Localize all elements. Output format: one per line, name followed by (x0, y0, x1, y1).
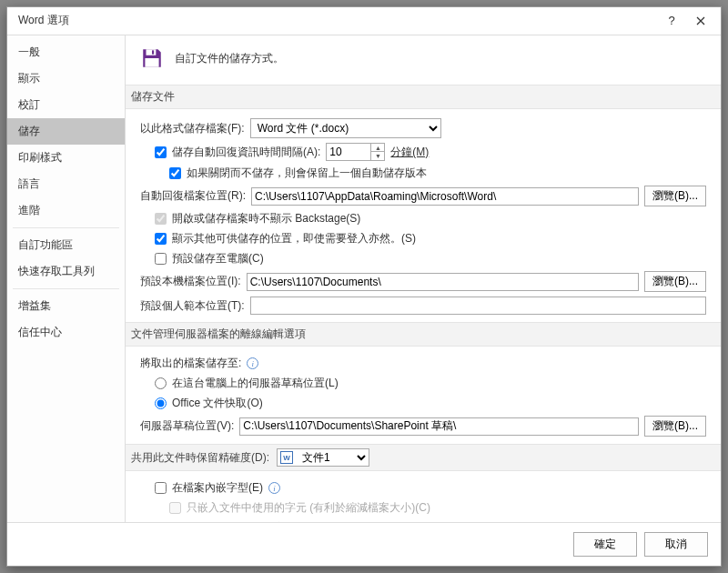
no-backstage-checkbox[interactable] (155, 213, 167, 225)
default-local-browse-button[interactable]: 瀏覽(B)... (644, 271, 706, 292)
default-to-pc-checkbox[interactable] (155, 253, 167, 265)
section-save-documents: 儲存文件 (126, 85, 721, 109)
svg-rect-1 (152, 50, 154, 54)
checkout-label: 將取出的檔案儲存至: (140, 356, 241, 371)
sidebar-item-advanced[interactable]: 進階 (7, 197, 125, 224)
default-tmpl-loc-input[interactable] (250, 297, 706, 315)
keep-last-autosave-checkbox[interactable] (169, 167, 181, 179)
keep-last-autosave-label: 如果關閉而不儲存，則會保留上一個自動儲存版本 (187, 166, 427, 181)
radio-server-draft-label: 在這台電腦上的伺服器草稿位置(L) (172, 376, 339, 391)
spinner-up[interactable]: ▲ (371, 144, 384, 152)
default-local-loc-input[interactable] (247, 273, 639, 291)
autorecover-browse-button[interactable]: 瀏覽(B)... (644, 186, 706, 206)
svg-rect-0 (147, 49, 157, 55)
autosave-interval-spinner[interactable]: ▲ ▼ (326, 143, 385, 161)
titlebar: Word 選項 ? (7, 7, 721, 35)
sidebar-item-qat[interactable]: 快速存取工具列 (7, 258, 125, 285)
server-draft-loc-input[interactable] (239, 417, 639, 436)
word-options-dialog: Word 選項 ? 一般 顯示 校訂 儲存 印刷樣式 語言 進階 自訂功能區 快… (6, 6, 722, 567)
sidebar-item-customize-ribbon[interactable]: 自訂功能區 (7, 232, 125, 258)
sidebar-item-trust-center[interactable]: 信任中心 (7, 319, 125, 346)
default-tmpl-loc-label: 預設個人範本位置(T): (140, 298, 245, 314)
autosave-label: 儲存自動回復資訊時間間隔(A): (172, 145, 320, 160)
help-button[interactable]: ? (657, 10, 686, 32)
dialog-title: Word 選項 (18, 13, 69, 28)
save-icon (140, 46, 164, 70)
sidebar-separator (13, 227, 119, 228)
main-panel: 自訂文件的儲存方式。 儲存文件 以此格式儲存檔案(F): Word 文件 (*.… (126, 35, 721, 522)
sidebar-item-save[interactable]: 儲存 (7, 118, 125, 145)
svg-rect-2 (145, 58, 158, 67)
radio-server-draft[interactable] (155, 377, 167, 389)
format-label: 以此格式儲存檔案(F): (140, 121, 245, 136)
embed-used-only-checkbox (169, 502, 181, 514)
embed-fonts-label: 在檔案內嵌字型(E) (172, 480, 263, 496)
section-fidelity-label: 共用此文件時保留精確度(D): (131, 450, 269, 466)
sidebar-item-proofing[interactable]: 校訂 (7, 92, 125, 118)
autorecover-loc-input[interactable] (251, 187, 639, 206)
close-icon (696, 16, 705, 25)
section-offline-editing: 文件管理伺服器檔案的離線編輯選項 (126, 322, 721, 347)
autosave-interval-input[interactable] (326, 143, 371, 161)
sidebar-separator (13, 288, 119, 289)
spinner-down[interactable]: ▼ (371, 152, 384, 160)
embed-fonts-checkbox[interactable] (155, 482, 167, 494)
sidebar-item-typography[interactable]: 印刷樣式 (7, 145, 125, 171)
info-icon[interactable]: i (268, 482, 280, 494)
sidebar-item-display[interactable]: 顯示 (7, 65, 125, 92)
sidebar: 一般 顯示 校訂 儲存 印刷樣式 語言 進階 自訂功能區 快速存取工具列 增益集… (7, 35, 126, 522)
server-draft-browse-button[interactable]: 瀏覽(B)... (644, 416, 706, 437)
dialog-footer: 確定 取消 (7, 522, 721, 566)
no-backstage-label: 開啟或儲存檔案時不顯示 Backstage(S) (172, 211, 360, 226)
autosave-minutes-label: 分鐘(M) (390, 145, 429, 160)
cancel-button[interactable]: 取消 (644, 532, 708, 557)
radio-office-cache[interactable] (155, 397, 167, 409)
embed-used-only-label: 只嵌入文件中使用的字元 (有利於縮減檔案大小)(C) (187, 500, 430, 516)
default-to-pc-label: 預設儲存至電腦(C) (172, 251, 264, 266)
sidebar-item-addins[interactable]: 增益集 (7, 293, 125, 319)
show-other-loc-checkbox[interactable] (155, 233, 167, 245)
info-icon[interactable]: i (247, 357, 258, 369)
sidebar-item-language[interactable]: 語言 (7, 171, 125, 197)
save-format-select[interactable]: Word 文件 (*.docx) (250, 118, 441, 138)
fidelity-doc-select[interactable]: 文件1 (296, 449, 369, 466)
autosave-checkbox[interactable] (155, 146, 167, 158)
sidebar-item-general[interactable]: 一般 (7, 39, 125, 65)
autorecover-loc-label: 自動回復檔案位置(R): (140, 188, 246, 204)
radio-office-cache-label: Office 文件快取(O) (172, 396, 263, 411)
page-heading: 自訂文件的儲存方式。 (175, 51, 284, 66)
server-draft-loc-label: 伺服器草稿位置(V): (140, 418, 234, 434)
ok-button[interactable]: 確定 (573, 532, 637, 557)
default-local-loc-label: 預設本機檔案位置(I): (140, 274, 241, 289)
section-fidelity: 共用此文件時保留精確度(D): W 文件1 (126, 444, 721, 471)
document-icon: W (280, 451, 293, 464)
close-button[interactable] (686, 10, 715, 32)
show-other-loc-label: 顯示其他可供儲存的位置，即使需要登入亦然。(S) (172, 231, 416, 246)
